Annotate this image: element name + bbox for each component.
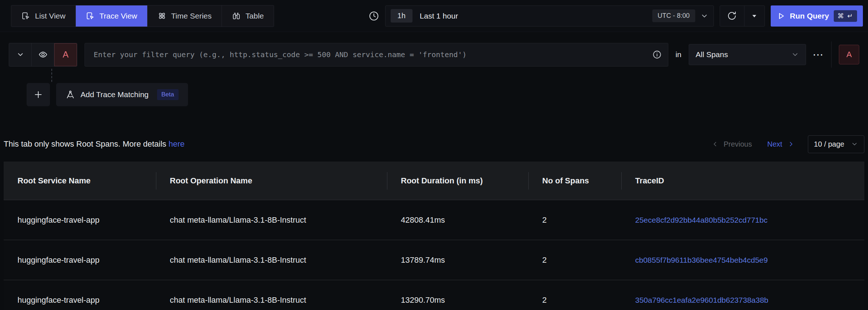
add-trace-matching-label: Add Trace Matching xyxy=(81,90,149,99)
tab-trace-view[interactable]: Trace View xyxy=(76,5,148,27)
table-header-row: Root Service Name Root Operation Name Ro… xyxy=(4,162,864,200)
add-query-button[interactable] xyxy=(27,83,50,106)
vertical-divider xyxy=(831,41,832,68)
header-root-service-name: Root Service Name xyxy=(4,162,156,200)
cell-service: huggingface-travel-app xyxy=(4,240,156,280)
chevron-down-icon xyxy=(791,51,799,59)
cell-spans: 2 xyxy=(528,280,621,310)
cell-spans: 2 xyxy=(528,240,621,280)
table-view-icon xyxy=(232,11,241,20)
next-label: Next xyxy=(767,140,782,148)
table-row[interactable]: huggingface-travel-app chat meta-llama/L… xyxy=(4,200,864,240)
trace-id-link[interactable]: 25ece8cf2d92bb44a80b5b252cd771bc xyxy=(621,200,864,240)
query-builder: A in All Spans ⋯ A xyxy=(0,32,868,106)
tab-label: Table xyxy=(246,12,264,20)
query-actions-group: A xyxy=(9,43,77,67)
tab-table[interactable]: Table xyxy=(222,5,274,27)
cell-spans: 2 xyxy=(528,200,621,240)
next-page-button[interactable]: Next xyxy=(767,140,794,148)
trace-view-icon xyxy=(86,11,95,20)
quick-range-chip[interactable]: 1h xyxy=(391,9,413,23)
trace-matching-row: Add Trace Matching Beta xyxy=(27,83,859,106)
previous-page-button[interactable]: Previous xyxy=(711,140,752,148)
table-row[interactable]: huggingface-travel-app chat meta-llama/L… xyxy=(4,240,864,280)
timezone-chip[interactable]: UTC - 8:00 xyxy=(652,9,695,22)
info-icon[interactable] xyxy=(652,50,662,59)
timezone-control: UTC - 8:00 xyxy=(652,9,708,22)
eye-icon xyxy=(38,50,48,59)
pagination: Previous Next 10 / page xyxy=(711,135,864,153)
header-root-operation-name: Root Operation Name xyxy=(156,162,387,200)
root-spans-note-text: This tab only shows Root Spans. More det… xyxy=(4,139,166,148)
page-size-select[interactable]: 10 / page xyxy=(808,135,864,153)
toggle-query-visibility-button[interactable] xyxy=(32,43,54,66)
tab-label: Trace View xyxy=(99,12,137,20)
span-scope-value: All Spans xyxy=(696,50,728,59)
filter-query-wrap xyxy=(85,43,668,67)
query-connector-line xyxy=(51,69,52,82)
cell-operation: chat meta-llama/Llama-3.1-8B-Instruct xyxy=(156,280,387,310)
cell-operation: chat meta-llama/Llama-3.1-8B-Instruct xyxy=(156,240,387,280)
header-root-duration: Root Duration (in ms) xyxy=(387,162,528,200)
drafting-compass-icon xyxy=(66,90,75,99)
keyboard-shortcut-badge: ⌘ ↵ xyxy=(834,10,857,22)
tab-list-view[interactable]: List View xyxy=(11,5,76,27)
chevron-left-icon xyxy=(711,140,719,148)
time-range-picker[interactable]: 1h Last 1 hour UTC - 8:00 xyxy=(385,5,714,27)
tab-time-series[interactable]: Time Series xyxy=(148,5,222,27)
in-label: in xyxy=(676,50,681,59)
time-series-icon xyxy=(157,11,167,20)
chevron-right-icon xyxy=(787,140,795,148)
refresh-icon[interactable] xyxy=(720,6,744,26)
page-size-value: 10 / page xyxy=(814,140,844,148)
cell-service: huggingface-travel-app xyxy=(4,280,156,310)
cell-duration: 13290.70ms xyxy=(387,280,528,310)
query-selector-badge[interactable]: A xyxy=(839,45,859,64)
more-options-icon[interactable]: ⋯ xyxy=(813,49,825,60)
refresh-controls xyxy=(720,5,765,27)
header-trace-id: TraceID xyxy=(621,162,864,200)
cell-operation: chat meta-llama/Llama-3.1-8B-Instruct xyxy=(156,200,387,240)
beta-badge: Beta xyxy=(157,89,179,100)
root-spans-note: This tab only shows Root Spans. More det… xyxy=(4,139,185,149)
cell-duration: 13789.74ms xyxy=(387,240,528,280)
trace-id-link[interactable]: 350a796cc1eafa2e9601db623738a38b xyxy=(621,280,864,310)
top-toolbar: List View Trace View Time Series Table xyxy=(0,0,868,32)
play-icon xyxy=(777,12,785,20)
span-scope-select[interactable]: All Spans xyxy=(689,44,806,65)
table-row[interactable]: huggingface-travel-app chat meta-llama/L… xyxy=(4,280,864,310)
cell-service: huggingface-travel-app xyxy=(4,200,156,240)
previous-label: Previous xyxy=(724,140,752,148)
traces-explorer-page: List View Trace View Time Series Table xyxy=(0,0,868,310)
chevron-down-icon xyxy=(851,140,858,148)
collapse-query-button[interactable] xyxy=(9,43,32,66)
add-trace-matching-button[interactable]: Add Trace Matching Beta xyxy=(56,83,188,106)
header-no-of-spans: No of Spans xyxy=(528,162,621,200)
tab-label: List View xyxy=(35,12,66,20)
chevron-down-icon xyxy=(16,51,24,59)
run-query-button[interactable]: Run Query ⌘ ↵ xyxy=(771,5,863,27)
refresh-dropdown-caret-icon[interactable] xyxy=(744,6,765,26)
tab-label: Time Series xyxy=(171,12,212,20)
time-controls: 1h Last 1 hour UTC - 8:00 xyxy=(368,5,863,27)
chevron-down-icon[interactable] xyxy=(700,12,708,20)
list-view-icon xyxy=(21,11,30,20)
query-name-badge[interactable]: A xyxy=(54,43,77,66)
clock-icon[interactable] xyxy=(368,11,379,21)
query-row: A in All Spans ⋯ A xyxy=(9,41,859,68)
filter-query-input[interactable] xyxy=(85,43,668,67)
trace-id-link[interactable]: cb0855f7b9611b36bee4754beb4cd5e9 xyxy=(621,240,864,280)
connector-row xyxy=(9,68,859,83)
time-range-label: Last 1 hour xyxy=(420,12,458,20)
traces-table: Root Service Name Root Operation Name Ro… xyxy=(4,162,864,310)
more-details-link[interactable]: here xyxy=(168,139,184,148)
cell-duration: 42808.41ms xyxy=(387,200,528,240)
run-query-label: Run Query xyxy=(790,12,829,20)
results-bar: This tab only shows Root Spans. More det… xyxy=(0,134,868,154)
view-tabs: List View Trace View Time Series Table xyxy=(11,5,274,27)
